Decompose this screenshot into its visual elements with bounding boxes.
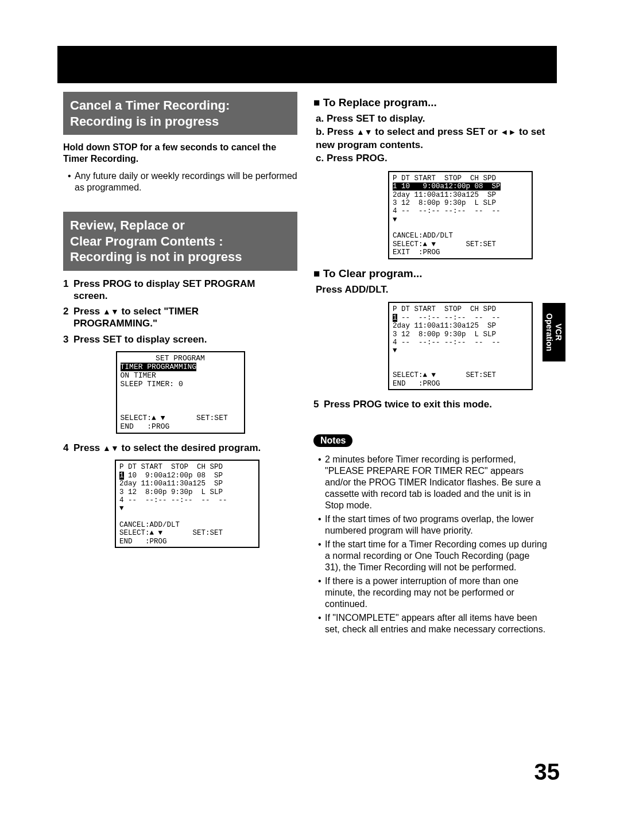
up-down-icon: ▲▼ [103,444,119,452]
step-1: 1Press PROG to display SET PROGRAM scree… [63,278,297,302]
header-black-bar [57,46,557,83]
right-column: ■ To Replace program... a. Press SET to … [313,92,548,637]
left-right-icon: ◄► [501,128,517,136]
side-tab-vcr-operation: VCR Operation [542,303,565,361]
osd-program-list-replace: P DT START STOP CH SPD 1 10 9:00a12:00p … [388,171,533,259]
left-column: Cancel a Timer Recording: Recording is i… [63,92,297,637]
note-item: 2 minutes before Timer recording is perf… [318,454,548,511]
up-down-icon: ▲▼ [103,308,119,316]
note-item: If the start time for a Timer Recording … [318,539,548,573]
step-4: 4 Press ▲▼ to select the desired program… [63,442,297,454]
to-replace-title: ■ To Replace program... [313,96,548,109]
replace-substeps: a. Press SET to display. b. Press ▲▼ to … [316,112,548,165]
heading-cancel: Cancel a Timer Recording: Recording is i… [63,92,297,135]
page-number: 35 [534,759,560,785]
step-2: 2 Press ▲▼ to select "TIMER PROGRAMMING.… [63,305,297,330]
up-down-icon: ▲▼ [356,128,373,136]
osd-set-program: SET PROGRAMTIMER PROGRAMMING ON TIMER SL… [116,351,245,434]
square-icon: ■ [313,96,323,108]
heading-review: Review, Replace or Clear Program Content… [63,212,297,271]
notes-label: Notes [313,434,352,447]
notes-list: 2 minutes before Timer recording is perf… [318,454,548,635]
step-5: 5Press PROG twice to exit this mode. [313,398,548,410]
future-note: Any future daily or weekly recordings wi… [68,170,297,193]
osd-program-list-1: P DT START STOP CH SPD 1 10 9:00a12:00p … [115,460,259,548]
note-item: If there is a power interruption of more… [318,575,548,610]
note-item: If "INCOMPLETE" appears after all items … [318,612,548,635]
clear-sub: Press ADD/DLT. [316,283,548,297]
note-item: If the start times of two programs overl… [318,514,548,536]
square-icon: ■ [313,267,323,279]
osd-program-list-clear: P DT START STOP CH SPD 1 -- --:-- --:-- … [388,302,533,390]
to-clear-title: ■ To Clear program... [313,267,548,280]
page-content: Cancel a Timer Recording: Recording is i… [63,92,551,637]
future-note-list: Any future daily or weekly recordings wi… [68,170,297,193]
step-3: 3Press SET to display screen. [63,333,297,345]
hold-stop-text: Hold down STOP for a few seconds to canc… [63,142,297,165]
